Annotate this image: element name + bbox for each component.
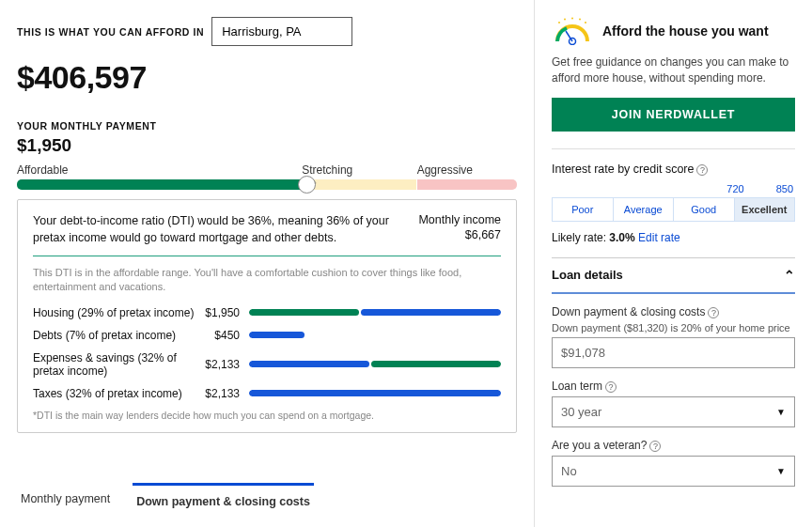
dti-row-label: Housing (29% of pretax income) — [33, 306, 202, 319]
sidebar-headline: Afford the house you want — [602, 23, 769, 39]
likely-rate-value: 3.0% — [609, 231, 634, 244]
chevron-up-icon: ⌃ — [784, 268, 795, 283]
credit-score-tabs: Poor Average Good Excellent — [552, 197, 795, 222]
range-label-affordable: Affordable — [17, 163, 132, 177]
gauge-icon — [552, 17, 593, 45]
credit-tab-poor[interactable]: Poor — [553, 198, 613, 221]
loan-details-accordion[interactable]: Loan details ⌃ — [552, 257, 795, 294]
score-high: 850 — [776, 183, 793, 194]
loan-term-select[interactable] — [552, 396, 795, 427]
city-input[interactable] — [211, 17, 352, 46]
edit-rate-link[interactable]: Edit rate — [638, 231, 680, 244]
monthly-payment-amount: $1,950 — [17, 135, 517, 156]
range-seg-affordable — [17, 179, 307, 190]
credit-tab-good[interactable]: Good — [673, 198, 734, 221]
svg-point-4 — [585, 22, 586, 23]
veteran-select[interactable] — [552, 456, 795, 487]
dti-row-bar — [249, 361, 501, 367]
dti-row: Housing (29% of pretax income)$1,950 — [33, 306, 501, 319]
monthly-income-label: Monthly income — [418, 213, 501, 226]
dti-row-label: Taxes (32% of pretax income) — [33, 387, 202, 400]
interest-rate-label: Interest rate by credit score? — [552, 163, 795, 176]
veteran-label: Are you a veteran? — [552, 439, 647, 452]
sidebar-subtext: Get free guidance on changes you can mak… — [552, 54, 795, 86]
down-payment-sub: Down payment ($81,320) is 20% of your ho… — [552, 322, 795, 333]
down-payment-field: Down payment & closing costs? Down payme… — [552, 305, 795, 368]
affordability-slider[interactable]: › — [17, 179, 517, 190]
loan-term-field: Loan term? ▼ — [552, 380, 795, 427]
dti-row: Taxes (32% of pretax income)$2,133 — [33, 387, 501, 400]
loan-details-label: Loan details — [552, 268, 623, 282]
dti-row-label: Expenses & savings (32% of pretax income… — [33, 351, 202, 378]
help-icon[interactable]: ? — [605, 381, 617, 393]
tab-monthly-payment[interactable]: Monthly payment — [17, 483, 114, 518]
divider — [552, 148, 795, 149]
down-payment-input[interactable] — [552, 337, 795, 368]
dti-row-bar — [249, 309, 501, 316]
monthly-payment-label: YOUR MONTHLY PAYMENT — [17, 120, 517, 132]
slider-handle[interactable] — [298, 176, 316, 194]
range-seg-aggressive — [417, 179, 517, 190]
dti-divider — [33, 256, 501, 256]
veteran-field: Are you a veteran?? ▼ — [552, 439, 795, 487]
affordable-price: $406,597 — [17, 59, 517, 96]
help-icon[interactable]: ? — [649, 441, 661, 452]
credit-tab-excellent[interactable]: Excellent — [734, 198, 795, 221]
interest-rate-label-text: Interest rate by credit score — [552, 163, 694, 176]
dti-row-bar — [249, 390, 501, 396]
dti-footnote: *DTI is the main way lenders decide how … — [33, 410, 501, 421]
tab-down-payment[interactable]: Down payment & closing costs — [133, 483, 314, 518]
range-label-stretching: Stretching — [132, 163, 416, 177]
score-low: 720 — [726, 183, 775, 194]
monthly-income-block: Monthly income $6,667 — [418, 213, 501, 246]
dti-card: Your debt-to-income ratio (DTI) would be… — [17, 199, 517, 433]
tabs: Monthly payment Down payment & closing c… — [17, 483, 314, 518]
likely-rate-row: Likely rate: 3.0% Edit rate — [552, 231, 795, 244]
dti-row-value: $1,950 — [202, 306, 249, 319]
svg-point-2 — [571, 18, 573, 20]
svg-point-0 — [558, 22, 560, 23]
dti-row-value: $2,133 — [202, 358, 249, 371]
down-payment-label: Down payment & closing costs — [552, 305, 705, 318]
likely-rate-prefix: Likely rate: — [552, 231, 609, 244]
range-label-aggressive: Aggressive — [417, 163, 517, 177]
range-seg-stretching: › — [307, 179, 417, 190]
loan-term-label: Loan term — [552, 380, 602, 393]
monthly-income-value: $6,667 — [418, 228, 501, 241]
dti-note: This DTI is in the affordable range. You… — [33, 266, 501, 295]
dti-row: Debts (7% of pretax income)$450 — [33, 329, 501, 342]
help-icon[interactable]: ? — [708, 307, 719, 318]
dti-description: Your debt-to-income ratio (DTI) would be… — [33, 213, 390, 246]
svg-point-1 — [564, 19, 566, 21]
afford-in-label: THIS IS WHAT YOU CAN AFFORD IN — [17, 26, 204, 38]
help-icon[interactable]: ? — [696, 164, 708, 176]
credit-tab-average[interactable]: Average — [613, 198, 674, 221]
range-labels: Affordable Stretching Aggressive — [17, 163, 517, 177]
dti-row-value: $2,133 — [202, 387, 249, 400]
join-nerdwallet-button[interactable]: JOIN NERDWALLET — [552, 98, 795, 132]
dti-row-label: Debts (7% of pretax income) — [33, 329, 202, 342]
sidebar-panel: Afford the house you want Get free guida… — [535, 0, 812, 527]
svg-point-3 — [579, 19, 581, 21]
affordability-panel: THIS IS WHAT YOU CAN AFFORD IN $406,597 … — [0, 0, 535, 527]
credit-score-range: .720850 — [552, 183, 795, 197]
dti-row-bar — [249, 332, 501, 338]
dti-row-value: $450 — [202, 329, 249, 342]
dti-row: Expenses & savings (32% of pretax income… — [33, 351, 501, 378]
